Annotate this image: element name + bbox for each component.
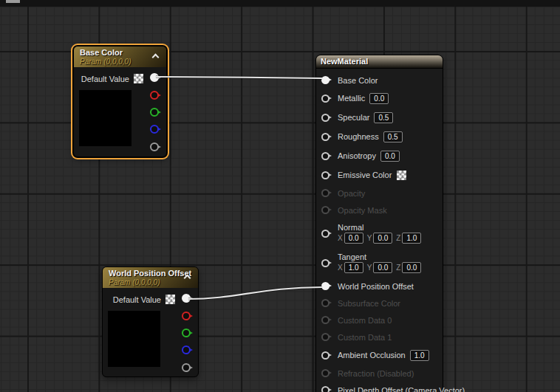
output-pin-b[interactable]	[182, 345, 191, 354]
input-label: Opacity	[338, 189, 365, 198]
node-header[interactable]: Base Color Param (0,0,0,0)	[74, 47, 166, 67]
input-label: Tangent	[338, 252, 421, 261]
node-base-color[interactable]: Base Color Param (0,0,0,0) Default Value	[73, 46, 167, 157]
input-pin-tangent[interactable]	[321, 259, 329, 267]
default-value-label: Default Value	[113, 295, 161, 304]
input-pin-opacity[interactable]	[321, 189, 329, 197]
material-input-row-ambient-occlusion: Ambient Occlusion1.0	[316, 345, 443, 365]
input-label: Normal	[338, 223, 421, 232]
material-graph-canvas[interactable]: Base Color Param (0,0,0,0) Default Value…	[0, 0, 560, 392]
input-label: Metallic	[338, 94, 365, 103]
input-pin-custom-data-0[interactable]	[321, 316, 329, 324]
output-pin-b[interactable]	[150, 125, 159, 134]
input-label: Custom Data 1	[338, 333, 392, 342]
axis-label: Z	[396, 264, 400, 272]
input-label: Base Color	[338, 76, 378, 85]
value-input[interactable]: 0.5	[383, 131, 403, 142]
material-input-row-opacity: Opacity	[316, 185, 443, 202]
input-pin-world-position-offset[interactable]	[321, 282, 329, 290]
checker-swatch-icon	[133, 73, 144, 84]
material-input-row-emissive-color: Emissive Color	[316, 165, 443, 185]
input-pin-pixel-depth-offset-camera-vector[interactable]	[321, 386, 329, 392]
input-pin-base-color[interactable]	[321, 76, 329, 84]
output-pin-value[interactable]	[182, 294, 191, 303]
output-pin-r[interactable]	[150, 91, 159, 100]
color-preview	[108, 311, 160, 367]
input-label: Anisotropy	[338, 151, 376, 160]
wire-worldpositionoffset[interactable]	[188, 287, 322, 299]
node-subtitle: Param (0,0,0,0)	[109, 278, 192, 287]
input-pin-specular[interactable]	[321, 114, 329, 122]
node-title[interactable]: NewMaterial	[316, 55, 443, 69]
output-pin-r[interactable]	[182, 312, 191, 320]
axis-label: Z	[396, 234, 400, 242]
node-world-position-offset[interactable]: World Position Offset Param (0,0,0,0) De…	[102, 267, 199, 377]
input-label: Refraction (Disabled)	[338, 369, 414, 378]
axis-label: Y	[367, 234, 372, 242]
input-label: Subsurface Color	[338, 299, 400, 308]
input-pin-opacity-mask[interactable]	[321, 206, 329, 214]
node-header[interactable]: World Position Offset Param (0,0,0,0)	[103, 267, 198, 288]
vector-value-input[interactable]: 1.0	[344, 262, 363, 273]
input-pin-subsurface-color[interactable]	[321, 299, 329, 307]
material-input-row-normal: NormalX0.0Y0.0Z1.0	[316, 219, 443, 248]
vector-value-input[interactable]: 0.0	[402, 262, 421, 273]
material-input-row-base-color: Base Color	[316, 72, 443, 89]
input-pin-emissive-color[interactable]	[321, 171, 329, 179]
material-input-row-world-position-offset: World Position Offset	[316, 278, 443, 295]
material-input-row-opacity-mask: Opacity Mask	[316, 202, 443, 219]
material-input-row-roughness: Roughness0.5	[316, 127, 443, 146]
material-input-row-custom-data-0: Custom Data 0	[316, 312, 443, 329]
input-label: Emissive Color	[338, 171, 392, 179]
output-pin-g[interactable]	[182, 329, 191, 337]
output-pin-a[interactable]	[150, 142, 159, 151]
material-inputs: Base ColorMetallic0.0Specular0.5Roughnes…	[316, 69, 443, 392]
input-pin-ambient-occlusion[interactable]	[321, 351, 329, 360]
checker-swatch-icon	[165, 294, 176, 305]
value-input[interactable]: 0.0	[380, 151, 400, 162]
input-pin-normal[interactable]	[321, 230, 329, 238]
axis-label: X	[338, 264, 343, 272]
node-title: Base Color	[80, 48, 160, 58]
material-input-row-refraction-disabled: Refraction (Disabled)	[316, 365, 443, 382]
vector-value-input[interactable]: 0.0	[344, 233, 363, 244]
material-input-row-subsurface-color: Subsurface Color	[316, 295, 443, 312]
input-label: Opacity Mask	[338, 206, 387, 215]
input-pin-refraction-disabled[interactable]	[321, 369, 329, 377]
graph-top-scrollbar-thumb[interactable]	[6, 0, 20, 3]
input-label: Specular	[338, 113, 369, 122]
wire-basecolor[interactable]	[156, 77, 322, 78]
input-pin-metallic[interactable]	[321, 94, 329, 103]
node-subtitle: Param (0,0,0,0)	[80, 58, 160, 66]
graph-top-edge	[0, 0, 560, 7]
value-input[interactable]: 0.5	[374, 112, 393, 123]
vector-value-input[interactable]: 1.0	[402, 233, 421, 244]
node-title: World Position Offset	[109, 269, 192, 278]
input-label: Roughness	[338, 132, 379, 141]
node-newmaterial[interactable]: NewMaterial Base ColorMetallic0.0Specula…	[315, 55, 443, 392]
value-input[interactable]: 0.0	[369, 93, 389, 104]
vector-value-input[interactable]: 0.0	[373, 233, 392, 244]
collapse-chevron-icon[interactable]	[184, 273, 191, 279]
output-pin-a[interactable]	[182, 363, 191, 372]
axis-label: X	[338, 234, 343, 242]
material-input-row-custom-data-1: Custom Data 1	[316, 329, 443, 345]
output-pin-g[interactable]	[150, 108, 159, 117]
material-input-row-metallic: Metallic0.0	[316, 89, 443, 108]
color-preview	[79, 90, 132, 146]
input-pin-custom-data-1[interactable]	[321, 333, 329, 341]
material-input-row-specular: Specular0.5	[316, 108, 443, 127]
axis-label: Y	[367, 264, 372, 272]
input-pin-roughness[interactable]	[321, 133, 329, 141]
input-label: Ambient Occlusion	[338, 351, 406, 360]
input-label: World Position Offset	[338, 282, 414, 291]
material-input-row-pixel-depth-offset-camera-vector: Pixel Depth Offset (Camera Vector)	[316, 382, 443, 392]
input-pin-anisotropy[interactable]	[321, 152, 329, 160]
vector-value-input[interactable]: 0.0	[373, 262, 392, 273]
output-pin-value[interactable]	[150, 73, 159, 82]
default-value-label: Default Value	[81, 75, 129, 83]
wire-shadow	[188, 287, 322, 299]
checker-swatch-icon	[396, 170, 407, 181]
collapse-chevron-icon[interactable]	[152, 52, 160, 58]
value-input[interactable]: 1.0	[410, 350, 429, 361]
